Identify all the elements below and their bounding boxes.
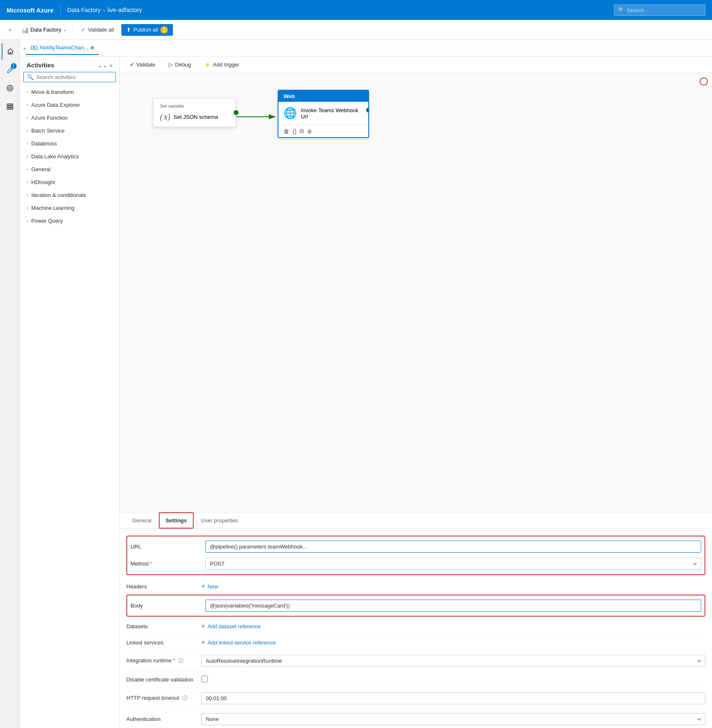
linked-services-label: Linked services bbox=[126, 639, 201, 646]
disable-cert-label: Disable certificate validation bbox=[126, 676, 201, 683]
activity-item-data-lake-analytics[interactable]: › Data Lake Analytics bbox=[20, 150, 119, 163]
body-label: Body bbox=[131, 603, 205, 609]
tab-modified-indicator bbox=[91, 46, 94, 49]
url-input[interactable] bbox=[205, 541, 701, 553]
sidebar-author-button[interactable]: 1 bbox=[2, 61, 18, 78]
tab-general[interactable]: General bbox=[126, 512, 157, 529]
activity-label: Data Lake Analytics bbox=[31, 153, 79, 160]
method-select[interactable]: POST GET PUT DELETE bbox=[205, 558, 701, 570]
web-node-header: Web bbox=[278, 91, 368, 102]
activity-item-iteration-conditionals[interactable]: › Iteration & conditionals bbox=[20, 189, 119, 202]
validate-all-button[interactable]: ✓ Validate all bbox=[77, 25, 118, 35]
activity-item-azure-data-explorer[interactable]: › Azure Data Explorer bbox=[20, 98, 119, 111]
chevron-icon: › bbox=[27, 141, 28, 146]
breadcrumb-instance[interactable]: live-adfactory bbox=[108, 7, 142, 13]
pipeline-error-indicator bbox=[700, 77, 708, 86]
chevron-icon: › bbox=[27, 154, 28, 159]
web-activity-node[interactable]: Web 🌐 Invoke Teams Webhook Url 🗑 {} ⧉ ⊕ bbox=[278, 90, 369, 138]
add-new-header-button[interactable]: + New bbox=[201, 583, 218, 590]
pipeline-tab-label: NotifiyTeamsChan... bbox=[40, 44, 88, 51]
add-dataset-button[interactable]: + Add dataset reference bbox=[201, 622, 261, 630]
right-panel: » NotifiyTeamsChan... Activities ⌄⌄ bbox=[20, 40, 712, 728]
filter-activities-button[interactable]: ⌄⌄ bbox=[98, 62, 108, 69]
svg-point-0 bbox=[7, 85, 13, 91]
search-activities-input[interactable] bbox=[36, 74, 112, 80]
main-layout: 1 » Notif bbox=[0, 40, 712, 728]
integration-runtime-select[interactable]: AutoResolveIntegrationRuntime bbox=[201, 655, 705, 667]
activity-item-batch-service[interactable]: › Batch Service bbox=[20, 124, 119, 137]
activity-item-hdinsight[interactable]: › HDInsight bbox=[20, 176, 119, 189]
disable-cert-checkbox[interactable] bbox=[201, 676, 208, 682]
globe-icon: 🌐 bbox=[283, 107, 297, 120]
headers-field-row: Headers + New bbox=[126, 578, 705, 595]
canvas-toolbar: ✓ Validate ▷ Debug ⚡ Add trigger bbox=[120, 57, 712, 73]
authentication-value: None Basic Client Certificate MSI bbox=[201, 713, 705, 725]
body-field-group: Body bbox=[126, 595, 705, 617]
chevron-icon: › bbox=[27, 103, 28, 107]
activity-label: Azure Function bbox=[31, 115, 67, 121]
search-input[interactable] bbox=[614, 5, 705, 16]
add-linked-service-button[interactable]: + Add linked service reference bbox=[201, 639, 276, 646]
dropdown-arrow-icon: ⌄ bbox=[63, 27, 67, 32]
activity-label: Databricks bbox=[31, 140, 57, 147]
url-label: URL bbox=[131, 544, 205, 550]
url-field-row: URL bbox=[131, 538, 701, 555]
sidebar-monitor-button[interactable] bbox=[2, 80, 18, 96]
body-field-row: Body bbox=[131, 597, 701, 614]
activity-item-azure-function[interactable]: › Azure Function bbox=[20, 111, 119, 124]
activity-item-databricks[interactable]: › Databricks bbox=[20, 137, 119, 150]
sidebar-toggle-area: » bbox=[5, 25, 15, 35]
activity-item-general[interactable]: › General bbox=[20, 163, 119, 176]
web-output-connector[interactable] bbox=[365, 107, 369, 113]
body-input[interactable] bbox=[205, 600, 701, 612]
datasets-label: Datasets bbox=[126, 623, 201, 630]
code-node-button[interactable]: {} bbox=[293, 128, 296, 135]
publish-all-button[interactable]: ⬆ Publish all 1 bbox=[121, 24, 173, 36]
headers-value: + New bbox=[201, 583, 705, 590]
activities-panel: Activities ⌄⌄ « 🔍 › Move & transform bbox=[20, 57, 120, 728]
http-timeout-label: HTTP request timeout ⓘ bbox=[126, 695, 201, 702]
debug-button[interactable]: ▷ Debug bbox=[165, 60, 194, 69]
sidebar-manage-button[interactable] bbox=[2, 98, 18, 115]
tab-user-properties[interactable]: User properties bbox=[195, 512, 244, 529]
activity-item-move-transform[interactable]: › Move & transform bbox=[20, 86, 119, 98]
authentication-select[interactable]: None Basic Client Certificate MSI bbox=[201, 713, 705, 725]
add-trigger-button[interactable]: ⚡ Add trigger bbox=[201, 60, 243, 69]
data-factory-selector[interactable]: 📊 Data Factory ⌄ bbox=[18, 25, 70, 35]
validate-button[interactable]: ✓ Validate bbox=[126, 60, 159, 69]
pipeline-canvas-inner: Set variable (𝑥) Set JSON schema bbox=[120, 73, 712, 231]
activity-label: Azure Data Explorer bbox=[31, 102, 80, 108]
collapse-activities-button[interactable]: « bbox=[109, 62, 113, 69]
expand-sidebar-button[interactable]: » bbox=[5, 25, 15, 35]
integration-runtime-label: Integration runtime * ⓘ bbox=[126, 657, 201, 664]
add-activity-button[interactable]: ⊕ bbox=[307, 128, 312, 135]
activities-header: Activities ⌄⌄ « bbox=[20, 57, 119, 72]
tab-settings[interactable]: Settings bbox=[159, 512, 193, 529]
validate-all-label: Validate all bbox=[88, 27, 114, 33]
pipeline-tab[interactable]: NotifiyTeamsChan... bbox=[26, 41, 99, 55]
copy-node-button[interactable]: ⧉ bbox=[300, 128, 304, 135]
http-timeout-field-row: HTTP request timeout ⓘ bbox=[126, 688, 705, 709]
svg-point-1 bbox=[9, 87, 11, 89]
sidebar-home-button[interactable] bbox=[2, 43, 18, 60]
main-toolbar: » 📊 Data Factory ⌄ ✓ Validate all ⬆ Publ… bbox=[0, 20, 712, 40]
activities-search-box[interactable]: 🔍 bbox=[23, 72, 116, 82]
activity-item-machine-learning[interactable]: › Machine Learning bbox=[20, 202, 119, 214]
pipeline-canvas[interactable]: Set variable (𝑥) Set JSON schema bbox=[120, 73, 712, 512]
method-field-row: Method * POST GET PUT DELETE bbox=[131, 555, 701, 573]
validate-label: Validate bbox=[136, 61, 155, 68]
activity-item-power-query[interactable]: › Power Query bbox=[20, 214, 119, 227]
node-output-connector[interactable] bbox=[233, 109, 239, 116]
delete-node-button[interactable]: 🗑 bbox=[283, 128, 289, 135]
validate-icon: ✓ bbox=[81, 27, 86, 33]
chevron-icon: › bbox=[27, 128, 28, 133]
chevron-icon: › bbox=[27, 180, 28, 184]
set-variable-node[interactable]: Set variable (𝑥) Set JSON schema bbox=[153, 98, 236, 127]
set-variable-type-label: Set variable bbox=[160, 103, 229, 108]
search-activities-icon: 🔍 bbox=[27, 74, 34, 80]
http-timeout-input[interactable] bbox=[201, 692, 705, 704]
breadcrumb-datafactory[interactable]: Data Factory bbox=[67, 7, 101, 13]
svg-rect-4 bbox=[7, 108, 13, 109]
settings-content: URL Method * bbox=[120, 529, 712, 728]
body-value bbox=[205, 600, 701, 612]
